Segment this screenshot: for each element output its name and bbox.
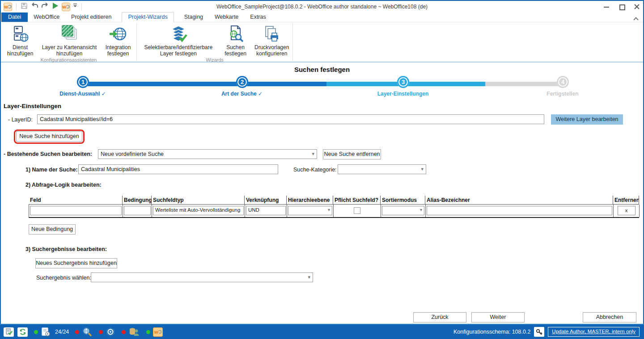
weboffice-author-window: wƆ wƆ WebOffice_SampleProject@108.0.2 - … [0,0,644,339]
status-bar: 24/24 wƆ Konfigurationsschema: 108.0.2 U… [0,324,644,339]
tab-projekt-wizards[interactable]: Projekt-Wizards [122,12,174,22]
step-label-art-der-suche: Art der Suche ✓ [193,91,291,97]
ribbon-group-konfigurationsassistenten: Dienst hinzufügen [1,22,136,62]
suchergebnis-select[interactable] [91,272,313,282]
tab-projekt-editieren[interactable]: Projekt editieren [65,13,117,22]
hierarchieebene-select[interactable] [288,206,332,215]
status-dot-red [122,330,126,334]
ribbon-tab-bar: Datei WebOffice Projekt editieren Projek… [1,13,643,22]
update-author-button[interactable]: Update Author, MASTER, intern only [548,327,640,337]
druckvorlagen-button[interactable]: Druckvorlagen konfigurieren [251,22,292,57]
ribbon-button-label: Druckvorlagen konfigurieren [251,44,292,57]
project-services-icon[interactable] [41,327,51,337]
abbrechen-button[interactable]: Abbrechen [583,312,636,322]
tab-weboffice[interactable]: WebOffice [28,13,65,22]
suchergebnis-waehlen-label: Suchergebnis wählen: [36,275,91,281]
window-title: WebOffice_SampleProject@108.0.2 - WebOff… [1,4,643,10]
ribbon-group-wizards: Selektierbare/Identifizierbare Layer fes… [137,22,292,62]
selectable-layers-icon [169,25,187,43]
dienst-hinzufuegen-button[interactable]: Dienst hinzufügen [3,22,38,57]
pflicht-suchfeld-checkbox[interactable] [354,207,360,214]
users-icon[interactable] [128,327,140,337]
alias-bezeichner-input[interactable] [427,206,612,215]
ribbon-group-label: Wizards [137,57,292,64]
name-der-suche-label: 1) Name der Suche: [25,167,78,173]
search-map-icon[interactable] [82,326,93,337]
integration-festlegen-button[interactable]: Integration festlegen [101,22,135,57]
bedingung-input[interactable] [124,206,151,215]
section-title: Layer-Einstellungen [4,103,61,109]
collapse-ribbon-icon[interactable] [634,17,638,21]
status-dot-red [99,330,103,334]
suchfeldtyp-select[interactable]: Werteliste mit Auto-Vervollständigung [153,206,244,215]
wizard-title: Suchen festlegen [0,66,644,73]
layer-zu-kartenansicht-button[interactable]: Layer zu Kartenansicht hinzufügen [38,22,101,57]
validate-icon[interactable] [4,327,14,337]
weitere-layer-bearbeiten-button[interactable]: Weitere Layer bearbeiten [551,114,623,125]
step-circle-2[interactable]: 2 [236,76,248,88]
maximize-icon[interactable] [619,4,624,9]
tab-staging[interactable]: Staging [178,13,209,22]
zurueck-button[interactable]: Zurück [413,312,466,322]
ribbon-separator [292,23,293,61]
key-icon[interactable] [534,327,544,337]
weiter-button[interactable]: Weiter [471,312,525,322]
sortiermodus-select[interactable] [382,206,424,215]
selektierbare-layer-button[interactable]: Selektierbare/Identifizierbare Layer fes… [140,22,217,57]
verknuepfung-select[interactable]: UND [246,206,286,215]
layer-counter: 24/24 [55,329,69,335]
column-header-feld: Feld [29,196,123,205]
query-table-header: Feld Bedingung Suchfeldtyp Verknüpfung H… [29,196,639,205]
neue-suche-hinzufuegen-button[interactable]: Neue Suche hinzufügen [16,131,82,142]
step-circle-4[interactable]: 4 [557,76,569,88]
column-header-entfernen: Entfernen [613,196,639,205]
window-controls [604,1,640,13]
sync-icon[interactable] [17,327,28,337]
konfigurationsschema-label: Konfigurationsschema: 108.0.2 [453,329,530,335]
column-header-suchfeldtyp: Suchfeldtyp [152,196,245,205]
ribbon-button-label: Selektierbare/Identifizierbare Layer fes… [140,44,217,57]
ribbon-button-label: Suchen festlegen [222,44,250,57]
bestehende-suchen-label: - Bestehende Suchen bearbeiten: [4,151,92,157]
layer-id-label: - LayerID: [8,117,33,123]
query-table-row: Werteliste mit Auto-Vervollständigung UN… [29,205,639,218]
ribbon-button-label: Layer zu Kartenansicht hinzufügen [38,44,101,57]
step-label-fertigstellen: Fertigstellen [513,91,612,97]
abfrage-logik-label: 2) Abfrage-Logik bearbeiten: [25,182,102,188]
wizard-progress: 1 2 3 4 Dienst-Auswahl ✓ Art der Suche ✓… [0,76,644,103]
minimize-icon[interactable] [604,4,609,9]
search-define-icon [227,25,245,43]
step-label-dienst-auswahl: Dienst-Auswahl ✓ [34,91,132,97]
weboffice-status-icon[interactable]: wƆ [153,327,163,337]
step-circle-3[interactable]: 3 [397,76,409,88]
suchen-festlegen-button[interactable]: Suchen festlegen [222,22,250,57]
print-templates-icon [263,25,281,43]
progress-segment-pending [485,82,564,86]
neue-suche-entfernen-button[interactable]: Neue Suche entfernen [323,149,381,159]
bestehende-suchen-select[interactable]: Neue vordefinierte Suche [98,149,317,159]
service-add-icon [11,25,29,43]
tab-extras[interactable]: Extras [244,13,271,22]
ribbon: Dienst hinzufügen [1,22,643,63]
suche-kategorie-select[interactable] [338,164,426,174]
step-circle-1[interactable]: 1 [77,76,89,88]
layer-id-input[interactable]: Cadastral Municipalities//id=6 [37,114,544,124]
name-der-suche-input[interactable]: Cadastral Municipalities [78,164,278,174]
tab-webkarte[interactable]: Webkarte [209,13,244,22]
portal-icon[interactable] [106,327,115,337]
neues-suchergebnis-button[interactable]: Neues Suchergebnis hinzufügen [35,258,117,268]
status-dot-red [75,330,79,334]
feld-input[interactable] [30,206,122,215]
status-dot-green [34,330,38,334]
neue-bedingung-button[interactable]: Neue Bedingung [29,224,76,234]
tab-datei[interactable]: Datei [1,13,28,22]
entfernen-button[interactable]: x [618,206,636,215]
step-label-layer-einstellungen: Layer-Einstellungen [354,91,452,97]
column-header-alias-bezeichner: Alias-Bezeichner [425,196,613,205]
ribbon-button-label: Integration festlegen [101,44,135,57]
column-header-bedingung: Bedingung [123,196,152,205]
close-icon[interactable] [634,4,640,9]
status-dot-green [146,330,150,334]
suche-kategorie-label: Suche-Kategorie: [293,167,337,173]
integration-icon [109,25,127,43]
